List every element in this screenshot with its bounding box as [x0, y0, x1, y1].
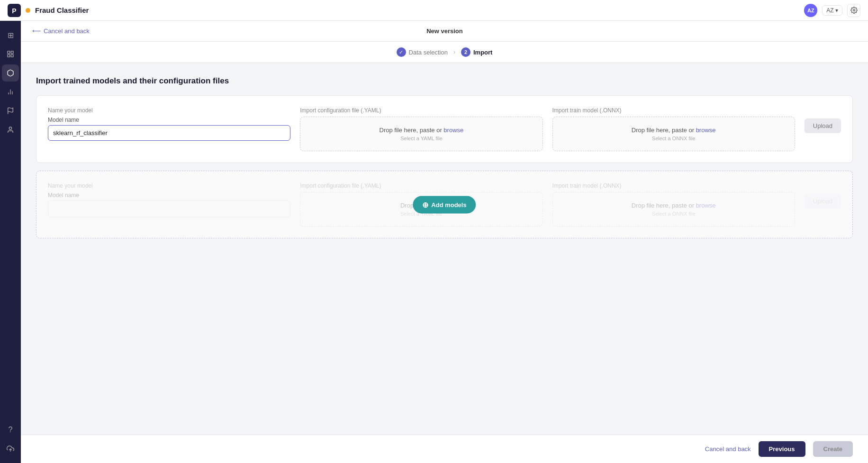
create-button[interactable]: Create [813, 441, 853, 457]
main: ⟵ Cancel and back New version ✓ Data sel… [21, 21, 868, 463]
step2-label: Import [473, 49, 492, 56]
status-dot [26, 8, 30, 13]
step-arrow: › [453, 49, 455, 55]
add-drop-train-text: Drop file here, paste or browse [561, 202, 787, 209]
sidebar-item-upload[interactable] [2, 440, 19, 457]
upload-section: Upload [805, 107, 841, 133]
cancel-back-label: Cancel and back [44, 27, 90, 35]
add-name-label: Name your model [48, 182, 290, 189]
browse-config-link[interactable]: browse [443, 127, 463, 134]
sidebar-item-help[interactable]: ? [2, 421, 19, 438]
avatar-icon: AZ [804, 4, 817, 17]
name-model-label: Name your model [48, 107, 290, 114]
app-title: Fraud Classifier [35, 6, 89, 14]
train-drop-zone[interactable]: Drop file here, paste or browse Select a… [552, 117, 795, 151]
sidebar-item-flags[interactable] [2, 102, 19, 119]
gear-btn[interactable] [847, 4, 860, 17]
add-models-button[interactable]: ⊕ Add models [413, 196, 476, 213]
page-title: Import trained models and their configur… [36, 76, 853, 86]
step-bar: ✓ Data selection › 2 Import [21, 42, 868, 63]
new-version-label: New version [90, 27, 800, 35]
train-onnx-label: Import train model (.ONNX) [552, 107, 795, 114]
select-onnx-text: Select a ONNX file [561, 136, 787, 141]
drop-train-text: Drop file here, paste or browse [561, 127, 787, 134]
svg-rect-4 [11, 51, 13, 54]
logo-icon: P [8, 4, 21, 17]
browse-train-link[interactable]: browse [696, 127, 716, 134]
select-yaml-text: Select a YAML file [308, 136, 534, 141]
svg-point-11 [9, 127, 11, 129]
step2-num: 2 [461, 47, 470, 57]
upload-button[interactable]: Upload [805, 118, 841, 133]
svg-rect-3 [8, 51, 10, 54]
avatar-dropdown-btn[interactable]: AZ ▾ [822, 5, 842, 16]
arrow-left-icon: ⟵ [32, 27, 41, 35]
topbar: P Fraud Classifier AZ AZ ▾ [0, 0, 868, 21]
add-upload-section: Upload [805, 182, 841, 209]
add-select-onnx: Select a ONNX file [561, 211, 787, 217]
topbar-left: P Fraud Classifier [8, 4, 89, 17]
config-yaml-section: Import configuration file (.YAML) Drop f… [300, 107, 542, 151]
gear-icon [850, 7, 858, 14]
add-model-card: Name your model Model name Import config… [36, 171, 853, 238]
add-name-section: Name your model Model name [48, 182, 290, 218]
sidebar-item-user[interactable] [2, 121, 19, 138]
svg-text:P: P [12, 7, 16, 15]
add-train-drop: Drop file here, paste or browse Select a… [552, 192, 795, 227]
svg-rect-5 [8, 54, 10, 57]
drop-config-text: Drop file here, paste or browse [308, 127, 534, 134]
plus-icon: ⊕ [422, 200, 428, 209]
config-drop-zone[interactable]: Drop file here, paste or browse Select a… [300, 117, 542, 151]
content-area: Import trained models and their configur… [21, 63, 868, 435]
step1-label: Data selection [409, 49, 448, 56]
sidebar-item-list[interactable] [2, 45, 19, 63]
step-data-selection: ✓ Data selection [397, 47, 448, 57]
subheader: ⟵ Cancel and back New version [21, 21, 868, 42]
model-name-input[interactable] [48, 125, 290, 141]
add-browse-train: browse [696, 202, 716, 209]
layout: ⊞ ? [0, 21, 868, 463]
topbar-right: AZ AZ ▾ [804, 4, 860, 17]
train-onnx-section: Import train model (.ONNX) Drop file her… [552, 107, 795, 151]
add-train-section: Import train model (.ONNX) Drop file her… [552, 182, 795, 227]
add-train-label: Import train model (.ONNX) [552, 182, 795, 189]
sidebar-item-grid[interactable]: ⊞ [2, 27, 19, 44]
add-model-name-sublabel: Model name [48, 192, 290, 199]
config-yaml-label: Import configuration file (.YAML) [300, 107, 542, 114]
svg-rect-6 [11, 54, 13, 57]
model-card-1: Name your model Model name Import config… [36, 95, 853, 163]
bottombar: Cancel and back Previous Create [21, 435, 868, 463]
add-config-label: Import configuration file (.YAML) [300, 182, 542, 189]
add-models-btn-label: Add models [431, 201, 466, 208]
add-upload-button: Upload [805, 194, 841, 209]
step1-check-icon: ✓ [397, 47, 406, 57]
sidebar-item-models[interactable] [2, 64, 19, 82]
sidebar: ⊞ ? [0, 21, 21, 463]
sidebar-item-analytics[interactable] [2, 83, 19, 100]
cancel-back-link[interactable]: ⟵ Cancel and back [32, 27, 90, 35]
step-import: 2 Import [461, 47, 492, 57]
model-grid-1: Name your model Model name Import config… [48, 107, 841, 151]
previous-button[interactable]: Previous [759, 441, 805, 457]
bottom-cancel-back-button[interactable]: Cancel and back [705, 445, 751, 453]
svg-point-2 [853, 9, 855, 11]
model-name-sublabel: Model name [48, 117, 290, 123]
name-model-section: Name your model Model name [48, 107, 290, 141]
